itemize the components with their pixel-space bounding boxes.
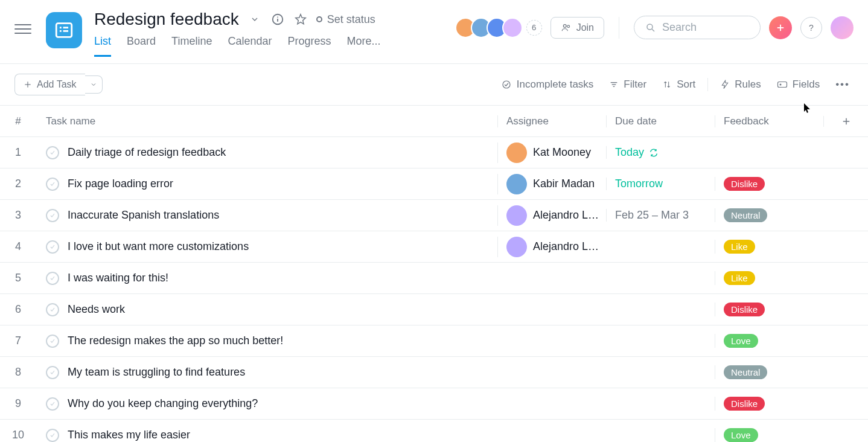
sort-label: Sort: [677, 78, 695, 91]
add-task-button[interactable]: Add Task: [14, 74, 85, 95]
tab-more[interactable]: More...: [347, 35, 381, 57]
task-name-cell[interactable]: Needs work: [36, 303, 497, 316]
cursor-icon: [803, 103, 811, 114]
status-dot-icon: [316, 16, 322, 22]
task-row[interactable]: 7The redesign makes the app so much bett…: [0, 325, 868, 357]
add-column-button[interactable]: [823, 116, 868, 127]
complete-check-icon[interactable]: [46, 303, 59, 316]
project-icon[interactable]: [46, 12, 82, 48]
more-actions[interactable]: •••: [832, 76, 854, 93]
feedback-pill: Dislike: [724, 397, 765, 411]
project-menu-chevron-icon[interactable]: [247, 12, 262, 27]
member-count[interactable]: 6: [526, 20, 542, 36]
task-name-cell[interactable]: Daily triage of redesign feedback: [36, 146, 497, 159]
task-name-cell[interactable]: I love it but want more customizations: [36, 240, 497, 254]
search-input[interactable]: Search: [634, 16, 761, 39]
task-name-cell[interactable]: Inaccurate Spanish translations: [36, 209, 497, 222]
due-date-text: Tomorrow: [615, 178, 663, 190]
tab-timeline[interactable]: Timeline: [171, 35, 212, 57]
complete-check-icon[interactable]: [46, 178, 59, 191]
rules-button[interactable]: Rules: [716, 76, 764, 93]
global-add-button[interactable]: [769, 16, 792, 39]
plus-icon: [24, 80, 32, 89]
member-avatar[interactable]: [502, 18, 523, 38]
feedback-cell[interactable]: Like: [715, 240, 823, 254]
member-avatars[interactable]: 6: [455, 18, 542, 38]
project-title[interactable]: Redesign feedback: [94, 10, 239, 29]
feedback-cell[interactable]: Neutral: [715, 365, 823, 379]
fields-button[interactable]: Fields: [773, 76, 823, 93]
task-name-cell[interactable]: My team is struggling to find features: [36, 366, 497, 379]
topbar: Redesign feedback Set status ListBoardTi…: [0, 0, 868, 64]
feedback-cell[interactable]: Dislike: [715, 303, 823, 316]
filter-button[interactable]: Filter: [605, 76, 650, 93]
feedback-cell[interactable]: Love: [715, 428, 823, 442]
tab-calendar[interactable]: Calendar: [228, 35, 272, 57]
sort-button[interactable]: Sort: [659, 76, 699, 93]
task-name-cell[interactable]: Fix page loading error: [36, 178, 497, 191]
due-date-cell[interactable]: Today: [606, 146, 715, 159]
completion-filter[interactable]: Incomplete tasks: [497, 76, 598, 93]
divider: [619, 17, 619, 39]
complete-check-icon[interactable]: [46, 209, 59, 222]
complete-check-icon[interactable]: [46, 397, 59, 411]
feedback-cell[interactable]: Dislike: [715, 177, 823, 191]
star-icon[interactable]: [293, 12, 308, 27]
feedback-cell[interactable]: Neutral: [715, 208, 823, 222]
add-task-dropdown[interactable]: [85, 75, 103, 94]
row-number: 9: [0, 397, 36, 410]
task-name-cell[interactable]: This makes my life easier: [36, 429, 497, 442]
task-row[interactable]: 8My team is struggling to find featuresN…: [0, 357, 868, 388]
profile-avatar[interactable]: [831, 16, 854, 39]
feedback-cell[interactable]: Love: [715, 334, 823, 348]
complete-check-icon[interactable]: [46, 240, 59, 254]
svg-point-10: [647, 24, 653, 30]
tab-progress[interactable]: Progress: [287, 35, 331, 57]
due-date-cell[interactable]: Feb 25 – Mar 3: [606, 209, 715, 222]
complete-check-icon[interactable]: [46, 335, 59, 348]
assignee-avatar: [506, 143, 527, 163]
project-tabs: ListBoardTimelineCalendarProgressMore...: [94, 35, 455, 57]
task-row[interactable]: 2Fix page loading errorKabir MadanTomorr…: [0, 168, 868, 200]
task-row[interactable]: 9Why do you keep changing everything?Dis…: [0, 388, 868, 420]
help-button[interactable]: ?: [800, 17, 822, 39]
task-row[interactable]: 3Inaccurate Spanish translationsAlejandr…: [0, 200, 868, 231]
set-status-button[interactable]: Set status: [316, 13, 375, 26]
task-row[interactable]: 6Needs workDislike: [0, 294, 868, 325]
complete-check-icon[interactable]: [46, 429, 59, 442]
feedback-cell[interactable]: Dislike: [715, 397, 823, 411]
assignee-cell[interactable]: Kat Mooney: [497, 143, 606, 163]
menu-toggle[interactable]: [14, 21, 31, 37]
assignee-avatar: [506, 205, 527, 226]
task-row[interactable]: 1Daily triage of redesign feedbackKat Mo…: [0, 137, 868, 168]
check-circle-icon: [501, 79, 512, 90]
tab-list[interactable]: List: [94, 35, 111, 57]
task-name: Daily triage of redesign feedback: [68, 146, 226, 159]
task-row[interactable]: 4I love it but want more customizationsA…: [0, 231, 868, 263]
due-date-cell[interactable]: Tomorrow: [606, 178, 715, 190]
assignee-cell[interactable]: Kabir Madan: [497, 174, 606, 194]
assignee-cell[interactable]: Alejandro L…: [497, 205, 606, 226]
complete-check-icon[interactable]: [46, 272, 59, 285]
col-header-due[interactable]: Due date: [606, 115, 715, 127]
task-name-cell[interactable]: The redesign makes the app so much bette…: [36, 335, 497, 348]
join-button[interactable]: Join: [550, 17, 604, 39]
task-name-cell[interactable]: I was waiting for this!: [36, 272, 497, 285]
complete-check-icon[interactable]: [46, 146, 59, 159]
task-row[interactable]: 5I was waiting for this!Like: [0, 263, 868, 294]
search-placeholder: Search: [662, 21, 697, 34]
complete-check-icon[interactable]: [46, 366, 59, 379]
col-header-assignee[interactable]: Assignee: [497, 115, 606, 127]
sort-icon: [662, 80, 672, 89]
assignee-cell[interactable]: Alejandro L…: [497, 237, 606, 257]
col-header-feedback[interactable]: Feedback: [715, 115, 823, 127]
row-number: 2: [0, 178, 36, 190]
info-icon[interactable]: [270, 12, 285, 27]
add-task-label: Add Task: [37, 79, 77, 90]
task-row[interactable]: 10This makes my life easierLove: [0, 420, 868, 442]
col-header-number[interactable]: #: [0, 115, 36, 127]
task-name-cell[interactable]: Why do you keep changing everything?: [36, 397, 497, 411]
tab-board[interactable]: Board: [127, 35, 156, 57]
col-header-name[interactable]: Task name: [36, 115, 497, 127]
feedback-cell[interactable]: Like: [715, 271, 823, 285]
